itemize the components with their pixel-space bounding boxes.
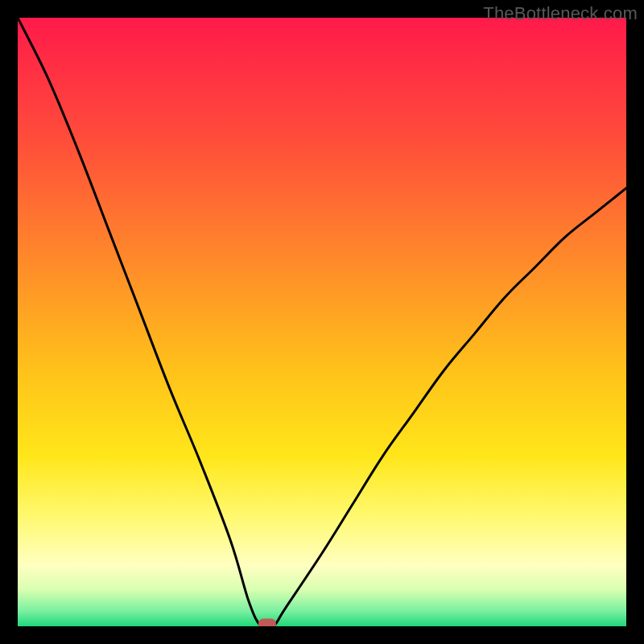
optimal-marker [258,619,276,627]
gradient-background [18,18,626,626]
chart-frame: TheBottleneck.com [0,0,644,644]
bottleneck-chart [18,18,626,626]
watermark-text: TheBottleneck.com [483,3,638,24]
plot-area [18,18,626,626]
